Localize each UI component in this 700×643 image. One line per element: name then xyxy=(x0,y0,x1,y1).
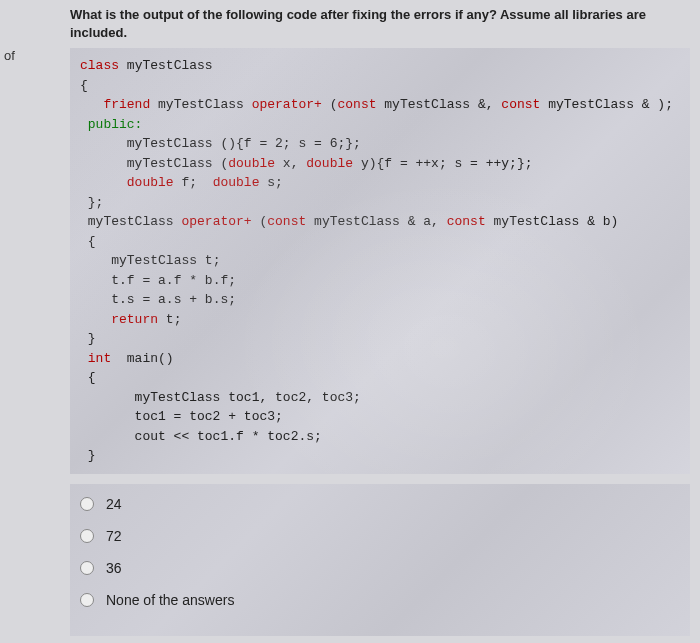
code-line: { xyxy=(88,234,96,249)
code-text: myTestClass & b) xyxy=(486,214,619,229)
radio-icon[interactable] xyxy=(80,497,94,511)
code-text: myTestClass ( xyxy=(127,156,228,171)
code-text: main() xyxy=(111,351,173,366)
kw-double: double xyxy=(127,175,174,190)
code-text: ( xyxy=(252,214,268,229)
answer-label: 72 xyxy=(106,528,122,544)
answer-option-72[interactable]: 72 xyxy=(80,528,680,544)
kw-operator: operator+ xyxy=(181,214,251,229)
answer-option-36[interactable]: 36 xyxy=(80,560,680,576)
kw-public: public: xyxy=(88,117,143,132)
code-line: t.s = a.s + b.s; xyxy=(111,292,236,307)
code-line: t.f = a.f * b.f; xyxy=(111,273,236,288)
answer-label: 24 xyxy=(106,496,122,512)
radio-icon[interactable] xyxy=(80,529,94,543)
code-text: myTestClass &, xyxy=(377,97,502,112)
code-line: { xyxy=(80,78,88,93)
code-block: class myTestClass { friend myTestClass o… xyxy=(70,48,690,474)
code-text: myTestClass xyxy=(158,97,252,112)
kw-const: const xyxy=(501,97,540,112)
class-name: myTestClass xyxy=(127,58,213,73)
kw-const: const xyxy=(267,214,306,229)
kw-const: const xyxy=(337,97,376,112)
question-text: What is the output of the following code… xyxy=(0,0,700,46)
kw-double: double xyxy=(213,175,260,190)
code-text: f; xyxy=(174,175,213,190)
code-line: toc1 = toc2 + toc3; xyxy=(135,409,283,424)
code-text: s; xyxy=(259,175,282,190)
code-line: } xyxy=(88,448,96,463)
code-text: y){f = ++x; s = ++y;}; xyxy=(353,156,532,171)
answer-label: 36 xyxy=(106,560,122,576)
code-text: myTestClass & ); xyxy=(540,97,673,112)
code-line: cout << toc1.f * toc2.s; xyxy=(135,429,322,444)
answer-option-24[interactable]: 24 xyxy=(80,496,680,512)
code-text: myTestClass xyxy=(88,214,182,229)
kw-operator: operator+ xyxy=(252,97,322,112)
kw-friend: friend xyxy=(103,97,150,112)
kw-double: double xyxy=(228,156,275,171)
answers-section: 24 72 36 None of the answers xyxy=(70,484,690,636)
code-line: }; xyxy=(88,195,104,210)
code-text: t; xyxy=(158,312,181,327)
code-line: myTestClass t; xyxy=(111,253,220,268)
code-text: ( xyxy=(322,97,338,112)
answer-label: None of the answers xyxy=(106,592,234,608)
code-text: x, xyxy=(275,156,306,171)
kw-class: class xyxy=(80,58,119,73)
kw-const: const xyxy=(447,214,486,229)
kw-double: double xyxy=(306,156,353,171)
radio-icon[interactable] xyxy=(80,561,94,575)
code-line: myTestClass toc1, toc2, toc3; xyxy=(135,390,361,405)
code-line: } xyxy=(88,331,96,346)
radio-icon[interactable] xyxy=(80,593,94,607)
answer-option-none[interactable]: None of the answers xyxy=(80,592,680,608)
kw-return: return xyxy=(111,312,158,327)
context-label: of xyxy=(0,46,19,65)
code-line: { xyxy=(88,370,96,385)
code-line: myTestClass (){f = 2; s = 6;}; xyxy=(127,136,361,151)
code-text: myTestClass & a, xyxy=(306,214,446,229)
kw-int: int xyxy=(88,351,111,366)
